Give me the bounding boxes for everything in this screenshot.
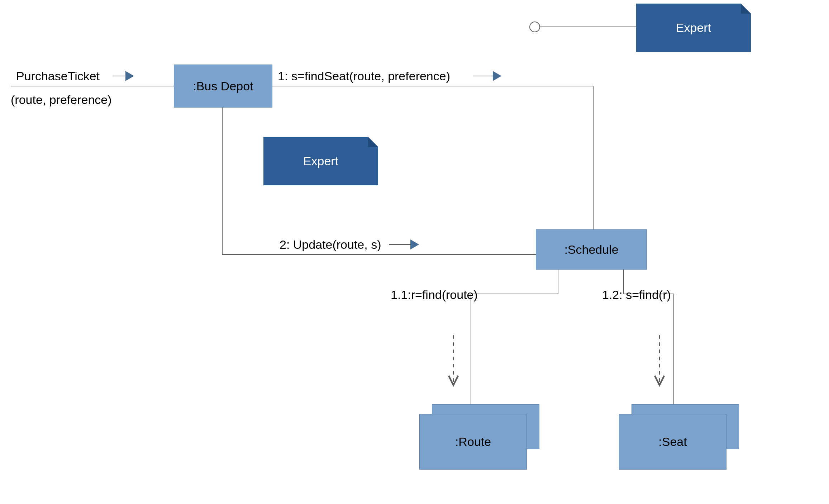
note-expert-center-fold	[368, 137, 378, 147]
obj-seat: :Seat	[619, 414, 726, 470]
svg-point-16	[530, 22, 540, 32]
msg-purchase-upper: PurchaseTicket	[16, 69, 100, 84]
obj-bus-depot-label: :Bus Depot	[193, 79, 253, 93]
note-expert-top: Expert	[636, 4, 751, 52]
obj-seat-label: :Seat	[658, 435, 687, 449]
msg-purchase-lower: (route, preference)	[11, 92, 112, 107]
note-expert-top-fold	[741, 4, 751, 14]
obj-bus-depot: :Bus Depot	[174, 65, 272, 108]
msg-1-1-label: 1.1:r=find(route)	[391, 287, 466, 302]
msg-2-label: 2: Update(route, s)	[280, 237, 381, 252]
note-expert-top-label: Expert	[676, 21, 711, 35]
diagram-canvas: PurchaseTicket (route, preference) 1: s=…	[0, 0, 829, 504]
obj-schedule: :Schedule	[536, 229, 647, 270]
obj-schedule-label: :Schedule	[564, 243, 618, 257]
note-expert-center: Expert	[263, 137, 378, 185]
obj-route-label: :Route	[455, 435, 491, 449]
msg-1-label: 1: s=findSeat(route, preference)	[278, 69, 450, 84]
obj-route: :Route	[419, 414, 527, 470]
msg-1-2-label: 1.2: s=find(r)	[602, 287, 671, 302]
note-expert-center-label: Expert	[303, 154, 338, 168]
